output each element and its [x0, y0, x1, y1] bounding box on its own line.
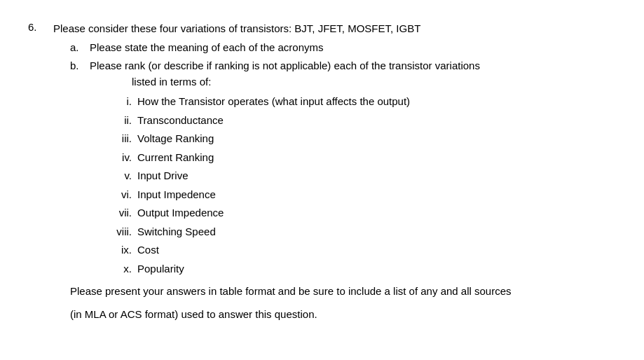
sub-text-b-container: Please rank (or describe if ranking is n… — [90, 58, 480, 90]
sub-sub-items-list: i. How the Transistor operates (what inp… — [109, 94, 616, 277]
sub-sub-text-x: Popularity — [137, 261, 184, 277]
sub-sub-text-iii: Voltage Ranking — [137, 131, 214, 147]
question-text: Please consider these four variations of… — [53, 21, 420, 37]
sub-sub-item-ii: ii. Transconductance — [109, 113, 616, 129]
sub-sub-label-ii: ii. — [109, 113, 132, 129]
sub-sub-label-viii: viii. — [109, 224, 132, 240]
sub-text-b-line2: listed in terms of: — [132, 74, 480, 90]
sub-sub-label-v: v. — [109, 168, 132, 184]
sub-sub-item-v: v. Input Drive — [109, 168, 616, 184]
sub-sub-label-vi: vi. — [109, 187, 132, 203]
sub-sub-item-i: i. How the Transistor operates (what inp… — [109, 94, 616, 110]
sub-sub-item-ix: ix. Cost — [109, 242, 616, 258]
sub-sub-text-i: How the Transistor operates (what input … — [137, 94, 410, 110]
sub-sub-item-iv: iv. Current Ranking — [109, 150, 616, 166]
sub-label-a: a. — [70, 40, 84, 56]
sub-sub-text-ix: Cost — [137, 242, 159, 258]
sub-sub-label-iv: iv. — [109, 150, 132, 166]
sub-sub-text-vi: Input Impedence — [137, 187, 216, 203]
sub-sub-label-vii: vii. — [109, 205, 132, 221]
sub-sub-item-vi: vi. Input Impedence — [109, 187, 616, 203]
sub-sub-label-ix: ix. — [109, 242, 132, 258]
sub-sub-item-x: x. Popularity — [109, 261, 616, 277]
sub-text-a: Please state the meaning of each of the … — [90, 40, 324, 56]
footer-line2: (in MLA or ACS format) used to answer th… — [70, 307, 616, 323]
main-question: 6. Please consider these four variations… — [28, 21, 616, 37]
sub-sub-label-x: x. — [109, 261, 132, 277]
sub-item-a: a. Please state the meaning of each of t… — [70, 40, 616, 56]
sub-label-b: b. — [70, 58, 84, 74]
question-number: 6. — [28, 21, 48, 33]
sub-sub-text-iv: Current Ranking — [137, 150, 214, 166]
sub-sub-label-i: i. — [109, 94, 132, 110]
sub-sub-item-viii: viii. Switching Speed — [109, 224, 616, 240]
sub-item-b: b. Please rank (or describe if ranking i… — [70, 58, 616, 90]
sub-sub-item-vii: vii. Output Impedence — [109, 205, 616, 221]
sub-items-list: a. Please state the meaning of each of t… — [70, 40, 616, 277]
footer-line1: Please present your answers in table for… — [70, 284, 616, 300]
sub-sub-text-ii: Transconductance — [137, 113, 224, 129]
sub-sub-text-viii: Switching Speed — [137, 224, 216, 240]
sub-text-b-line1: Please rank (or describe if ranking is n… — [90, 58, 480, 74]
sub-sub-item-iii: iii. Voltage Ranking — [109, 131, 616, 147]
sub-sub-label-iii: iii. — [109, 131, 132, 147]
sub-sub-text-v: Input Drive — [137, 168, 189, 184]
question-container: 6. Please consider these four variations… — [28, 21, 616, 322]
sub-sub-text-vii: Output Impedence — [137, 205, 224, 221]
